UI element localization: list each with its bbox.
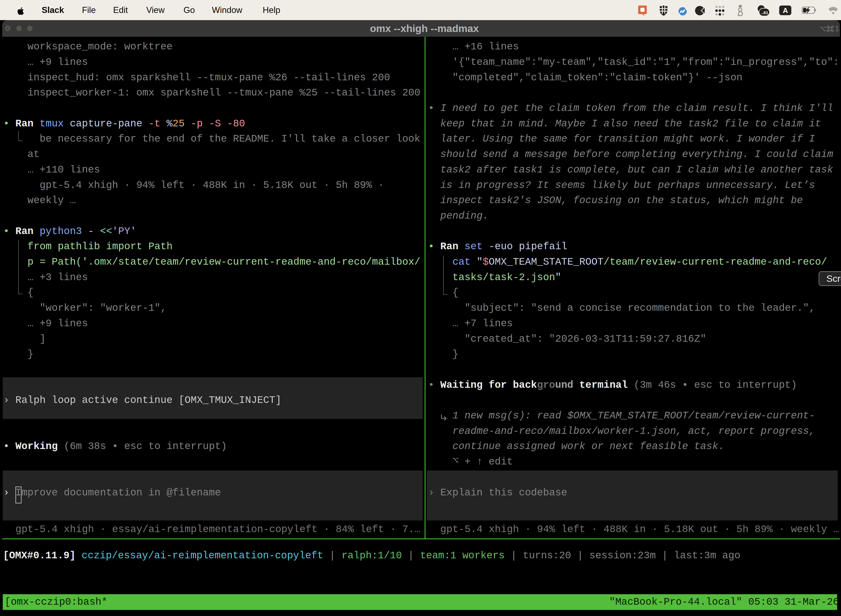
svg-text:..61: ..61 [761,10,768,15]
svg-text:A: A [783,6,788,15]
